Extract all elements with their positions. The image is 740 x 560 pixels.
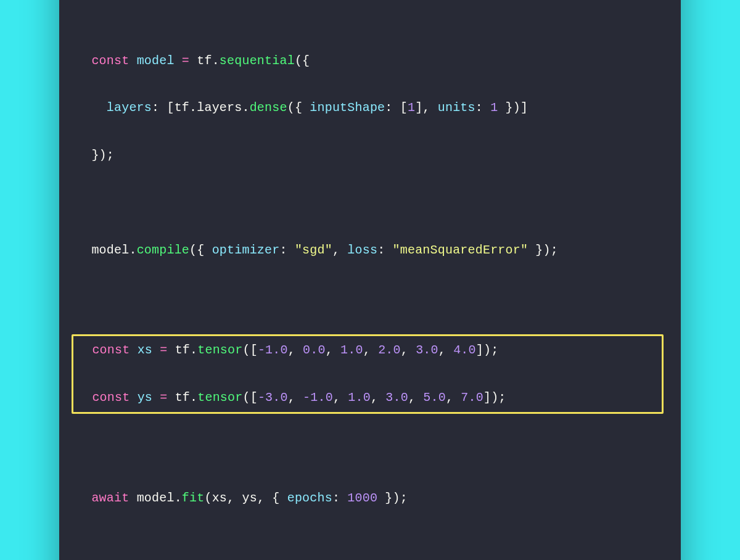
keyword-await: await	[91, 491, 129, 505]
punct-rbrace-rparen-semi: });	[91, 148, 114, 162]
punct-comma: ,	[422, 101, 430, 115]
identifier-ys: ys	[242, 491, 257, 505]
identifier-tf: tf	[175, 390, 190, 405]
punct-colon: :	[385, 101, 392, 115]
punct-rbracket-rparen-semi: ]);	[476, 343, 499, 357]
code-line-9: model.compile({ optimizer: "sgd", loss: …	[76, 239, 664, 262]
identifier-xs: xs	[212, 491, 227, 505]
punct-colon: :	[377, 243, 385, 257]
code-line-11: const xs = tf.tensor([-1.0, 0.0, 1.0, 2.…	[77, 339, 658, 362]
identifier-tf: tf	[175, 101, 189, 115]
punct-lbrace: {	[272, 491, 287, 505]
punct-lparen-lbrace: ({	[295, 54, 310, 68]
prop-inputshape: inputShape	[310, 101, 385, 115]
prop-epochs: epochs	[287, 491, 332, 505]
number: 1.0	[348, 390, 371, 405]
punct-comma: ,	[326, 343, 340, 357]
identifier-xs: xs	[138, 343, 152, 357]
punct-rbrace-rparen-semi: });	[528, 243, 558, 257]
number-1: 1	[490, 101, 498, 115]
punct-comma: ,	[408, 390, 423, 405]
function-compile: compile	[137, 243, 189, 257]
function-dense: dense	[250, 101, 287, 115]
punct-colon: :	[152, 101, 159, 115]
punct-comma: ,	[288, 343, 303, 357]
punct-comma: ,	[401, 343, 416, 357]
identifier-model: model	[137, 54, 175, 68]
number-1000: 1000	[347, 491, 377, 505]
prop-units: units	[438, 101, 475, 115]
punct-comma: ,	[438, 343, 453, 357]
code-line-blank	[76, 286, 664, 310]
punct-rbracket-rparen-semi: ]);	[483, 390, 506, 405]
prop-optimizer: optimizer	[212, 243, 280, 257]
punct-lparen-lbrace: ({	[287, 101, 310, 115]
identifier-layers: layers	[197, 101, 242, 115]
punct-rbrace: }	[377, 491, 392, 505]
punct-lparen: (	[204, 491, 212, 505]
punct-comma: ,	[363, 343, 378, 357]
identifier-tf: tf	[197, 54, 212, 68]
punct-rparen-semi: );	[393, 491, 408, 505]
identifier-tf: tf	[175, 343, 190, 357]
identifier-model: model	[137, 491, 175, 505]
punct-lparen-lbracket: ([	[242, 390, 257, 405]
code-line-blank	[76, 191, 664, 215]
highlight-region: const xs = tf.tensor([-1.0, 0.0, 1.0, 2.…	[72, 334, 664, 414]
identifier-model: model	[91, 243, 129, 257]
code-window: const tf = require("@tensorflow/tfjs-nod…	[59, 0, 681, 560]
keyword-const: const	[91, 54, 129, 68]
punct-rbracket: ]	[415, 101, 422, 115]
prop-loss: loss	[347, 243, 377, 257]
punct-comma: ,	[332, 243, 340, 257]
code-line-6: layers: [tf.layers.dense({ inputShape: […	[76, 96, 664, 120]
code-line-blank	[76, 533, 664, 557]
number: 4.0	[453, 343, 476, 357]
punct-dot: .	[175, 491, 182, 505]
punct-comma: ,	[227, 491, 242, 505]
punct-comma: ,	[446, 390, 461, 405]
number: 2.0	[378, 343, 401, 357]
function-tensor: tensor	[197, 343, 242, 357]
number: 5.0	[423, 390, 446, 405]
punct-dot: .	[212, 54, 220, 68]
code-line-blank	[76, 439, 664, 463]
punct-dot: .	[242, 101, 249, 115]
punct-lparen-lbracket: ([	[242, 343, 257, 357]
number: -3.0	[258, 390, 288, 405]
keyword-const: const	[92, 343, 130, 357]
punct-comma: ,	[288, 390, 303, 405]
code-line-7: });	[76, 144, 664, 167]
punct-rbracket: ]	[520, 101, 528, 115]
punct-comma: ,	[371, 390, 385, 405]
punct-dot: .	[189, 101, 197, 115]
punct-colon: :	[279, 243, 287, 257]
code-line-blank	[76, 2, 664, 25]
number: -1.0	[258, 343, 288, 357]
number: 3.0	[416, 343, 438, 357]
punct-lbracket: [	[400, 101, 408, 115]
code-line-14: await model.fit(xs, ys, { epochs: 1000 }…	[76, 487, 664, 510]
number: 3.0	[385, 390, 408, 405]
code-line-5: const model = tf.sequential({	[76, 49, 664, 73]
function-sequential: sequential	[220, 54, 295, 68]
keyword-const: const	[92, 390, 130, 405]
punct-colon: :	[475, 101, 483, 115]
string-sgd: "sgd"	[295, 243, 332, 257]
number: -1.0	[303, 390, 333, 405]
punct-lparen-lbrace: ({	[189, 243, 212, 257]
punct-colon: :	[332, 491, 340, 505]
number: 1.0	[340, 343, 363, 357]
operator-equals: =	[160, 343, 167, 357]
punct-comma: ,	[257, 491, 272, 505]
punct-dot: .	[190, 343, 197, 357]
punct-dot: .	[190, 390, 197, 405]
function-tensor: tensor	[197, 390, 242, 405]
function-fit: fit	[182, 491, 205, 505]
number: 7.0	[461, 390, 483, 405]
string-mse: "meanSquaredError"	[393, 243, 528, 257]
punct-dot: .	[129, 243, 136, 257]
identifier-ys: ys	[138, 390, 152, 405]
punct-comma: ,	[333, 390, 348, 405]
number: 0.0	[303, 343, 326, 357]
